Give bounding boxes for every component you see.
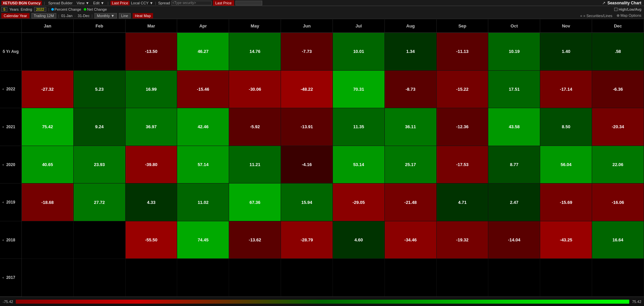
- cell-2017-jan[interactable]: [22, 259, 74, 296]
- cell-2021-apr[interactable]: 42.46: [177, 108, 229, 146]
- cell-2020-jan[interactable]: 40.65: [22, 146, 74, 183]
- cell-2022-apr[interactable]: -15.46: [177, 71, 229, 108]
- net-change-radio[interactable]: Net Change: [84, 7, 107, 11]
- cell-2017-apr[interactable]: [177, 259, 229, 296]
- cell-2022-feb[interactable]: 5.23: [74, 71, 126, 108]
- cell-2017-sep[interactable]: [437, 259, 489, 296]
- cell-2022-nov[interactable]: -17.14: [540, 71, 592, 108]
- cell-2018-jan[interactable]: [22, 221, 74, 259]
- monthly-tab[interactable]: Monthly ▼: [94, 13, 117, 18]
- cell-5-yr-avg-apr[interactable]: 46.27: [177, 33, 229, 70]
- cell-2021-feb[interactable]: 9.24: [74, 108, 126, 146]
- cell-2017-aug[interactable]: [385, 259, 437, 296]
- price-input[interactable]: [235, 1, 262, 5]
- cell-2017-oct[interactable]: [488, 259, 540, 296]
- cell-2022-jun[interactable]: -48.22: [281, 71, 333, 108]
- cell-2018-nov[interactable]: -43.25: [540, 221, 592, 259]
- cell-2019-sep[interactable]: 4.71: [437, 183, 489, 221]
- cell-2020-nov[interactable]: 56.04: [540, 146, 592, 183]
- ending-value[interactable]: 2022: [34, 7, 46, 12]
- cell-5-yr-avg-jul[interactable]: 10.01: [333, 33, 385, 70]
- cell-2021-may[interactable]: -5.92: [229, 108, 281, 146]
- cell-5-yr-avg-nov[interactable]: 1.40: [540, 33, 592, 70]
- cell-2017-may[interactable]: [229, 259, 281, 296]
- cell-2018-jun[interactable]: -28.79: [281, 221, 333, 259]
- cell-2021-nov[interactable]: 8.50: [540, 108, 592, 146]
- cell-2019-dec[interactable]: -16.06: [592, 183, 644, 221]
- cell-5-yr-avg-dec[interactable]: .58: [592, 33, 644, 70]
- cell-2022-may[interactable]: -30.06: [229, 71, 281, 108]
- cell-2020-dec[interactable]: 22.06: [592, 146, 644, 183]
- cell-2020-feb[interactable]: 23.93: [74, 146, 126, 183]
- cell-2021-jan[interactable]: 75.42: [22, 108, 74, 146]
- cell-2018-jul[interactable]: 4.60: [333, 221, 385, 259]
- cell-2019-jan[interactable]: -18.68: [22, 183, 74, 221]
- cell-2022-sep[interactable]: -15.22: [437, 71, 489, 108]
- heat-map-tab[interactable]: Heat Map: [133, 13, 153, 18]
- cell-2022-oct[interactable]: 17.51: [488, 71, 540, 108]
- cell-2021-jul[interactable]: 11.35: [333, 108, 385, 146]
- cell-2018-mar[interactable]: -55.50: [126, 221, 177, 259]
- date-start[interactable]: 01-Jan: [61, 14, 73, 18]
- cell-5-yr-avg-jan[interactable]: [22, 33, 74, 70]
- cell-5-yr-avg-may[interactable]: 14.76: [229, 33, 281, 70]
- cell-2022-jan[interactable]: -27.32: [22, 71, 74, 108]
- edit-menu[interactable]: Edit ▼: [92, 1, 105, 5]
- cell-2021-jun[interactable]: -13.91: [281, 108, 333, 146]
- high-low-avg-option[interactable]: High/Low/Avg: [614, 7, 641, 11]
- local-ccy-dropdown[interactable]: Local CCY ▼: [131, 1, 153, 5]
- last-price-label[interactable]: Last Price: [111, 1, 130, 5]
- cell-2022-mar[interactable]: 16.99: [126, 71, 177, 108]
- cell-2022-jul[interactable]: 70.31: [333, 71, 385, 108]
- years-value[interactable]: 5: [1, 7, 7, 12]
- cell-2019-jul[interactable]: -29.05: [333, 183, 385, 221]
- cell-2021-mar[interactable]: 36.97: [126, 108, 177, 146]
- cell-2018-oct[interactable]: -14.04: [488, 221, 540, 259]
- cell-2017-feb[interactable]: [74, 259, 126, 296]
- cell-2018-aug[interactable]: -34.46: [385, 221, 437, 259]
- cell-2020-may[interactable]: 11.21: [229, 146, 281, 183]
- cell-2021-aug[interactable]: 36.11: [385, 108, 437, 146]
- cell-2020-oct[interactable]: 8.77: [488, 146, 540, 183]
- cell-2019-aug[interactable]: -21.48: [385, 183, 437, 221]
- cell-2020-jun[interactable]: -4.16: [281, 146, 333, 183]
- cell-2019-feb[interactable]: 27.72: [74, 183, 126, 221]
- cell-5-yr-avg-mar[interactable]: -13.50: [126, 33, 177, 70]
- cell-2020-mar[interactable]: -39.80: [126, 146, 177, 183]
- trailing-12m-tab[interactable]: Trailing 12M: [31, 13, 56, 18]
- cell-2018-may[interactable]: -13.62: [229, 221, 281, 259]
- cell-5-yr-avg-aug[interactable]: 1.34: [385, 33, 437, 70]
- cell-2019-oct[interactable]: 2.47: [488, 183, 540, 221]
- cell-2018-feb[interactable]: [74, 221, 126, 259]
- cell-2017-jun[interactable]: [281, 259, 333, 296]
- cell-2021-oct[interactable]: 43.58: [488, 108, 540, 146]
- cell-2019-nov[interactable]: -15.69: [540, 183, 592, 221]
- cell-2019-apr[interactable]: 11.02: [177, 183, 229, 221]
- cell-2017-nov[interactable]: [540, 259, 592, 296]
- line-tab[interactable]: Line: [119, 13, 131, 18]
- export-icon[interactable]: ↗: [602, 1, 605, 5]
- cell-2021-dec[interactable]: -20.34: [592, 108, 644, 146]
- cell-2020-sep[interactable]: -17.53: [437, 146, 489, 183]
- cell-5-yr-avg-oct[interactable]: 10.19: [488, 33, 540, 70]
- cell-2020-aug[interactable]: 25.17: [385, 146, 437, 183]
- cell-5-yr-avg-sep[interactable]: -11.13: [437, 33, 489, 70]
- type-security-input[interactable]: <Type security>: [171, 1, 212, 5]
- cell-2022-dec[interactable]: -6.36: [592, 71, 644, 108]
- cell-2019-may[interactable]: 67.36: [229, 183, 281, 221]
- last-price-btn[interactable]: Last Price: [213, 0, 234, 6]
- cell-2019-mar[interactable]: 4.33: [126, 183, 177, 221]
- cell-5-yr-avg-jun[interactable]: -7.73: [281, 33, 333, 70]
- securities-lines-option[interactable]: « » Securities/Lines: [580, 14, 613, 18]
- cell-5-yr-avg-feb[interactable]: [74, 33, 126, 70]
- cell-2018-dec[interactable]: 16.64: [592, 221, 644, 259]
- cell-2020-apr[interactable]: 57.14: [177, 146, 229, 183]
- spread-builder-menu[interactable]: Spread Builder: [47, 1, 74, 5]
- cell-2021-sep[interactable]: -12.36: [437, 108, 489, 146]
- view-menu[interactable]: View ▼: [75, 1, 91, 5]
- cell-2017-mar[interactable]: [126, 259, 177, 296]
- cell-2020-jul[interactable]: 53.14: [333, 146, 385, 183]
- cell-2022-aug[interactable]: -8.73: [385, 71, 437, 108]
- date-end[interactable]: 31-Dec: [78, 14, 89, 18]
- cell-2018-apr[interactable]: 74.45: [177, 221, 229, 259]
